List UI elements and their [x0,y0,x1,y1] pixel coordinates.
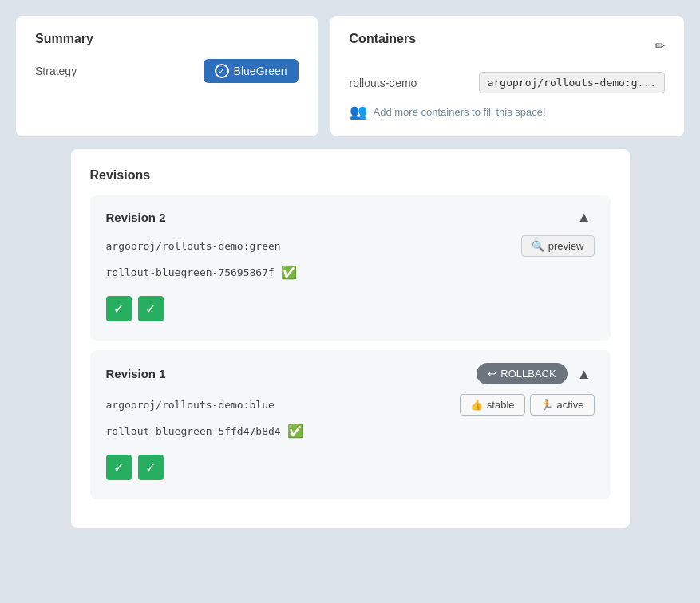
revision-2-ref: rollout-bluegreen-75695867f [106,266,275,278]
add-containers-text: Add more containers to fill this space! [374,106,546,118]
bluegreen-value: BlueGreen [234,65,287,77]
revision-1-ref: rollout-bluegreen-5ffd47b8d4 [106,425,281,437]
strategy-label: Strategy [35,65,77,77]
rollback-button[interactable]: ↩ ROLLBACK [477,363,567,384]
revision-1-checks: ✓ ✓ [106,448,595,487]
container-image: argoproj/rollouts-demo:g... [479,72,665,93]
stable-label: stable [487,399,515,411]
add-containers-row[interactable]: 👥 Add more containers to fill this space… [350,103,665,120]
preview-button[interactable]: 🔍 preview [521,235,595,257]
revisions-section: Revisions Revision 2 ▲ argoproj/rollouts… [71,149,630,528]
revision-2-collapse-button[interactable]: ▲ [574,208,595,226]
bluegreen-badge: ✓ BlueGreen [204,59,299,83]
revision-1-check-2: ✓ [138,455,164,480]
revision-1-verified-icon: ✅ [287,424,303,439]
revision-2-checks: ✓ ✓ [106,290,595,328]
running-icon: 🏃 [540,399,553,411]
revision-2-label: Revision 2 [106,211,166,224]
search-icon: 🔍 [532,240,544,252]
status-badges: 👍 stable 🏃 active [460,394,595,416]
revision-1-check-1: ✓ [106,455,132,480]
revision-2-check-1: ✓ [106,296,132,321]
container-name: rollouts-demo [350,77,417,89]
revision-2-card: Revision 2 ▲ argoproj/rollouts-demo:gree… [90,195,611,341]
revision-2-check-2: ✓ [138,296,164,321]
bluegreen-check-icon: ✓ [215,64,229,78]
add-containers-icon: 👥 [350,103,367,120]
revision-1-card: Revision 1 ↩ ROLLBACK ▲ argoproj/rollout… [90,350,611,499]
container-row: rollouts-demo argoproj/rollouts-demo:g..… [350,72,665,93]
summary-title: Summary [35,32,299,46]
edit-icon[interactable]: ✏ [655,38,665,53]
revision-2-image: argoproj/rollouts-demo:green [106,240,281,252]
containers-card: Containers ✏ rollouts-demo argoproj/roll… [330,16,684,136]
rollback-icon: ↩ [488,368,496,380]
active-label: active [557,399,584,411]
revisions-title: Revisions [90,168,611,183]
preview-label: preview [548,240,584,252]
thumbs-up-icon: 👍 [470,399,483,411]
summary-card: Summary Strategy ✓ BlueGreen [16,16,318,136]
revision-1-collapse-button[interactable]: ▲ [574,365,595,383]
containers-title: Containers [350,32,417,46]
rollback-label: ROLLBACK [500,368,556,380]
revision-1-image: argoproj/rollouts-demo:blue [106,399,275,411]
active-badge: 🏃 active [530,394,595,416]
revision-1-label: Revision 1 [106,367,166,380]
revision-2-verified-icon: ✅ [281,265,297,280]
stable-badge: 👍 stable [460,394,525,416]
